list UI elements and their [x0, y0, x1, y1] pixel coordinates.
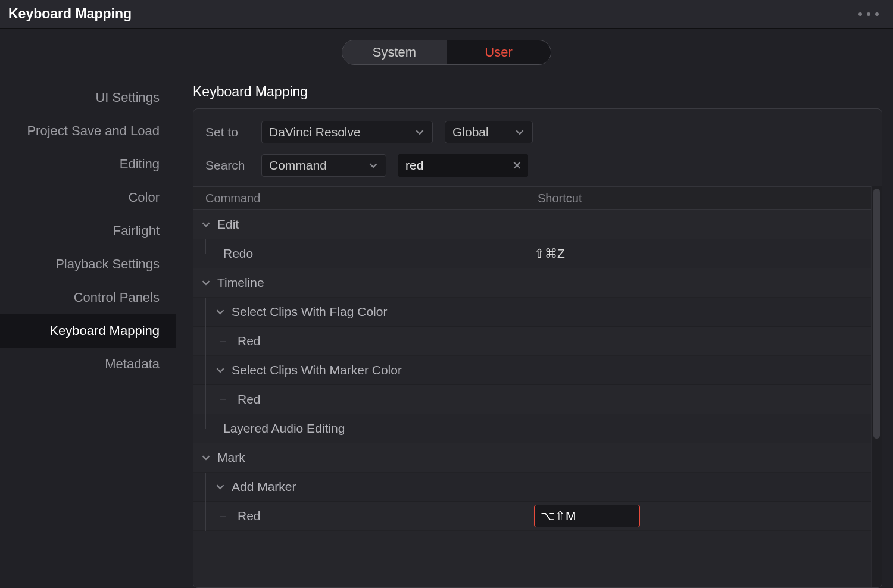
command-label: Select Clips With Flag Color — [232, 305, 387, 319]
command-label: Red — [238, 334, 261, 348]
command-label: Red — [238, 509, 261, 523]
table-row[interactable]: Select Clips With Marker Color — [193, 356, 871, 385]
table-row[interactable]: Mark — [193, 443, 871, 473]
table-row[interactable]: Red⌥⇧M — [193, 502, 871, 531]
titlebar: Keyboard Mapping — [0, 0, 893, 29]
shortcut-label: ⇧⌘Z — [534, 246, 565, 261]
table-header: Command Shortcut — [193, 186, 871, 210]
chevron-down-icon — [368, 161, 379, 170]
preset-dropdown-value: DaVinci Resolve — [269, 125, 361, 139]
vertical-scrollbar[interactable] — [871, 186, 882, 587]
command-label: Layered Audio Editing — [223, 421, 345, 436]
table-row[interactable]: Red — [193, 327, 871, 356]
command-label: Edit — [217, 217, 239, 232]
command-label: Timeline — [217, 276, 264, 290]
scope-dropdown-value: Global — [452, 125, 489, 139]
sidebar-item-color[interactable]: Color — [0, 181, 176, 214]
chevron-down-icon[interactable] — [215, 366, 226, 374]
search-label: Search — [205, 158, 249, 173]
command-label: Red — [238, 392, 261, 406]
search-by-value: Command — [269, 158, 327, 173]
chevron-down-icon[interactable] — [201, 220, 211, 229]
table-row[interactable]: Add Marker — [193, 473, 871, 502]
shortcut-input[interactable]: ⌥⇧M — [534, 505, 640, 527]
column-header-shortcut[interactable]: Shortcut — [534, 192, 871, 205]
command-label: Mark — [217, 451, 245, 465]
chevron-down-icon — [414, 128, 425, 136]
table-row[interactable]: Red — [193, 385, 871, 414]
table-row[interactable]: Edit — [193, 210, 871, 239]
preset-dropdown[interactable]: DaVinci Resolve — [261, 121, 433, 143]
sidebar-item-project-save[interactable]: Project Save and Load — [0, 114, 176, 148]
sidebar-item-editing[interactable]: Editing — [0, 148, 176, 181]
tab-user[interactable]: User — [447, 40, 551, 64]
scrollbar-thumb[interactable] — [873, 189, 880, 439]
table-row[interactable]: Select Clips With Flag Color — [193, 298, 871, 327]
command-tree[interactable]: EditRedo⇧⌘ZTimelineSelect Clips With Fla… — [193, 210, 871, 587]
scope-dropdown[interactable]: Global — [445, 121, 533, 143]
tab-row: System User — [0, 29, 893, 76]
command-label: Redo — [223, 246, 253, 261]
window-options-icon[interactable] — [858, 0, 879, 28]
column-header-command[interactable]: Command — [193, 192, 534, 205]
set-to-label: Set to — [205, 125, 249, 139]
sidebar-item-fairlight[interactable]: Fairlight — [0, 214, 176, 248]
command-label: Select Clips With Marker Color — [232, 363, 402, 377]
window-title: Keyboard Mapping — [8, 6, 132, 22]
system-user-segmented: System User — [342, 40, 551, 65]
keyboard-mapping-panel: Set to DaVinci Resolve Global Search Com… — [193, 108, 882, 588]
chevron-down-icon[interactable] — [215, 483, 226, 491]
chevron-down-icon[interactable] — [215, 308, 226, 316]
settings-sidebar: UI Settings Project Save and Load Editin… — [0, 76, 176, 588]
chevron-down-icon[interactable] — [201, 453, 211, 462]
sidebar-item-playback-settings[interactable]: Playback Settings — [0, 248, 176, 281]
table-row[interactable]: Timeline — [193, 268, 871, 298]
table-row[interactable]: Redo⇧⌘Z — [193, 239, 871, 268]
chevron-down-icon — [514, 128, 525, 136]
sidebar-item-ui-settings[interactable]: UI Settings — [0, 81, 176, 114]
search-by-dropdown[interactable]: Command — [261, 154, 386, 177]
table-row[interactable]: Layered Audio Editing — [193, 414, 871, 443]
sidebar-item-keyboard-mapping[interactable]: Keyboard Mapping — [0, 314, 176, 348]
clear-search-icon[interactable]: ✕ — [512, 158, 522, 173]
tab-system[interactable]: System — [342, 40, 447, 64]
section-title: Keyboard Mapping — [193, 79, 882, 105]
sidebar-item-metadata[interactable]: Metadata — [0, 348, 176, 381]
chevron-down-icon[interactable] — [201, 279, 211, 287]
sidebar-item-control-panels[interactable]: Control Panels — [0, 281, 176, 314]
search-input[interactable] — [398, 154, 528, 177]
command-label: Add Marker — [232, 480, 296, 494]
